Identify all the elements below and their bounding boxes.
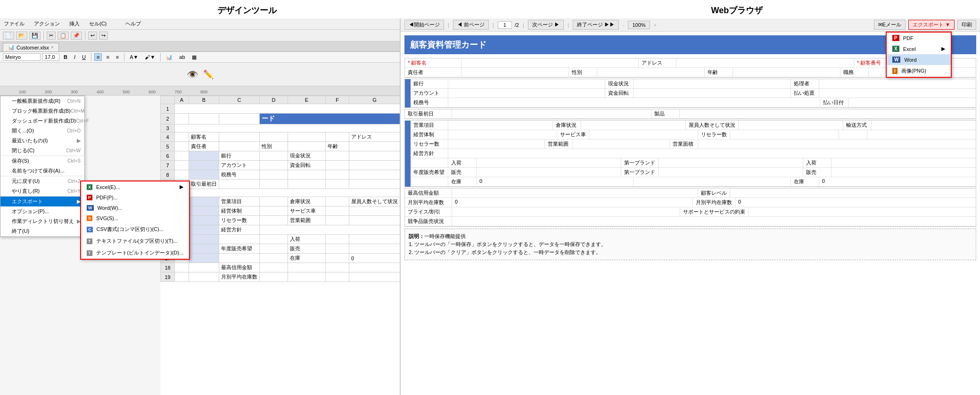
export-csv[interactable]: C CSV書式(コンマ区切り)(C)... xyxy=(81,223,189,235)
reseller2-value[interactable] xyxy=(448,140,545,148)
align-center-btn[interactable]: ≡ xyxy=(104,53,111,61)
menu-dashboard-new[interactable]: ダッシュボード新規作成(D) Ctrl+F xyxy=(0,116,84,126)
email-btn[interactable]: ✉Eメール xyxy=(874,20,906,30)
line-btn[interactable]: ab xyxy=(177,53,187,61)
menu-new-report[interactable]: 一般帳票新規作成(R) Ctrl+N xyxy=(0,96,84,106)
policy-value[interactable] xyxy=(448,149,976,158)
file-tab[interactable]: 📊 Customer.xlsx × xyxy=(3,43,59,51)
menu-options[interactable]: オプション(P)... xyxy=(0,206,84,216)
export-word[interactable]: W Word(W)... xyxy=(81,203,189,213)
stock-value[interactable]: 0 xyxy=(477,177,634,186)
font-size-input[interactable] xyxy=(42,53,59,61)
brand-value[interactable] xyxy=(659,158,803,167)
menu-exit[interactable]: 終了(U) xyxy=(0,226,84,236)
payment-date-value[interactable] xyxy=(848,98,976,107)
payment-value[interactable] xyxy=(819,89,976,98)
col-a[interactable]: A xyxy=(175,96,189,104)
sales-area-value[interactable] xyxy=(573,140,670,148)
delivery-value[interactable] xyxy=(872,121,976,130)
cut-btn[interactable]: ✂ xyxy=(47,32,56,40)
menu-action[interactable]: アクション xyxy=(32,19,62,28)
age-value[interactable] xyxy=(733,68,840,77)
price-value[interactable] xyxy=(452,207,680,216)
print-btn[interactable]: 印刷 xyxy=(957,20,976,30)
menu-file[interactable]: ファイル xyxy=(2,19,26,28)
menu-save[interactable]: 保存(S) Ctrl+S xyxy=(0,156,84,166)
export-word-item[interactable]: W Word xyxy=(887,54,951,65)
customer-name-value[interactable] xyxy=(461,58,639,67)
export-svg[interactable]: S SVG(S)... xyxy=(81,213,189,223)
page-number-input[interactable] xyxy=(498,21,512,29)
bold-btn[interactable]: B xyxy=(61,53,70,61)
customer-level-value[interactable] xyxy=(730,189,976,198)
address-value[interactable] xyxy=(676,58,854,67)
col-d[interactable]: D xyxy=(260,96,288,104)
responsible-value[interactable] xyxy=(461,68,569,77)
export-btn[interactable]: エクスポート ▼ xyxy=(908,20,955,30)
prev-page-btn[interactable]: ◀ 前ページ xyxy=(453,20,489,30)
monthly-avg2-value[interactable]: 0 xyxy=(735,198,976,207)
brand2-value[interactable] xyxy=(659,168,803,177)
menu-close[interactable]: 閉じる(C) Ctrl+W xyxy=(0,146,84,156)
menu-export[interactable]: エクスポート ▶ xyxy=(0,197,84,206)
align-left-btn[interactable]: ≡ xyxy=(94,53,102,61)
reseller-value[interactable] xyxy=(867,130,976,139)
compete-value[interactable] xyxy=(452,217,976,226)
menu-insert[interactable]: 挿入 xyxy=(67,19,82,28)
incoming-value2[interactable] xyxy=(832,158,976,167)
service-car-value[interactable] xyxy=(589,130,698,139)
export-text[interactable]: T テキストファイル(タブ区切り)(T)... xyxy=(81,235,189,247)
export-pdf-item[interactable]: P PDF xyxy=(887,33,951,43)
menu-redo[interactable]: やり直し(R) Ctrl+Y xyxy=(0,186,84,196)
menu-undo[interactable]: 元に戻す(U) Ctrl+Z xyxy=(0,176,84,186)
italic-btn[interactable]: I xyxy=(72,53,78,61)
menu-block-report[interactable]: ブロック帳票新規作成(B) Ctrl+M xyxy=(0,106,84,116)
col-e[interactable]: E xyxy=(288,96,326,104)
account-value[interactable] xyxy=(448,89,605,98)
incoming-value1[interactable] xyxy=(477,158,621,167)
open-btn[interactable]: 📂 xyxy=(16,32,27,40)
undo-btn[interactable]: ↩ xyxy=(88,32,97,40)
cash-value[interactable] xyxy=(634,79,791,88)
export-pdf[interactable]: P PDF(P)... xyxy=(81,192,189,203)
menu-recent[interactable]: 最近いたもの(I) ▶ xyxy=(0,136,84,146)
copy-btn[interactable]: 📋 xyxy=(58,32,69,40)
color-btn[interactable]: A▼ xyxy=(127,53,140,61)
sales2-value[interactable] xyxy=(832,168,976,177)
bank-value[interactable] xyxy=(448,79,605,88)
col-f[interactable]: F xyxy=(326,96,349,104)
mgmt-value[interactable] xyxy=(448,130,557,139)
tax-value[interactable] xyxy=(448,98,820,107)
align-right-btn[interactable]: ≡ xyxy=(114,53,121,61)
end-page-btn[interactable]: 終了ページ ▶▶ xyxy=(573,20,619,30)
sales-floor-value[interactable] xyxy=(698,140,976,148)
border-btn[interactable]: ▦ xyxy=(189,53,199,61)
export-template[interactable]: T テンプレート(ビルトインデータ)(D)... xyxy=(81,247,189,259)
bg-color-btn[interactable]: 🖌▼ xyxy=(142,53,157,61)
export-excel[interactable]: X Excel(E)... ▶ xyxy=(81,181,189,192)
gender-value[interactable] xyxy=(597,68,705,77)
processor-value[interactable] xyxy=(819,79,976,88)
reseller-num-value[interactable] xyxy=(730,130,839,139)
menu-open[interactable]: 開く...(O) Ctrl+O xyxy=(0,126,84,136)
sales-item-value[interactable] xyxy=(448,121,553,130)
menu-help[interactable]: ヘルプ xyxy=(124,19,143,28)
begin-page-btn[interactable]: ◀開始ページ xyxy=(404,20,444,30)
font-name-input[interactable] xyxy=(3,53,41,61)
next-page-btn[interactable]: 次ページ ▶ xyxy=(528,20,564,30)
menu-cell[interactable]: セル(C) xyxy=(87,19,108,28)
export-png-item[interactable]: I 画像(PNG) xyxy=(887,65,951,77)
capital-value[interactable] xyxy=(634,89,791,98)
col-b[interactable]: B xyxy=(189,96,219,104)
underline-btn[interactable]: U xyxy=(80,53,88,61)
menu-workdir[interactable]: 作業ディレクトリ切り替え ▶ xyxy=(0,216,84,226)
redo-btn[interactable]: ↪ xyxy=(99,32,108,40)
col-c[interactable]: C xyxy=(219,96,260,104)
zoom-btn[interactable]: 100% xyxy=(628,21,650,29)
monthly-avg-value[interactable]: 0 xyxy=(452,198,693,207)
staff-value[interactable] xyxy=(739,121,843,130)
paste-btn[interactable]: 📌 xyxy=(71,32,82,40)
export-excel-item[interactable]: X Excel ▶ xyxy=(887,43,951,54)
stock2-value[interactable]: 0 xyxy=(819,177,976,186)
product-value[interactable] xyxy=(680,109,976,118)
